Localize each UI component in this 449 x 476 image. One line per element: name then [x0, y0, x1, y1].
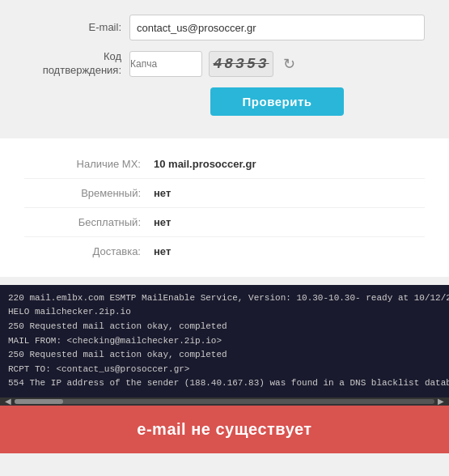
results-section: Наличие MX: 10 mail.prosoccer.gr Временн…: [0, 138, 449, 277]
log-output[interactable]: 220 mail.emlbx.com ESMTP MailEnable Serv…: [0, 285, 449, 397]
log-line: 250 Requested mail action okay, complete…: [8, 348, 441, 363]
delivery-value: нет: [154, 245, 171, 257]
scroll-right-icon[interactable]: ▶: [434, 397, 447, 406]
delivery-label: Доставка:: [24, 245, 154, 257]
main-container: E-mail: Код подтверждения: 48353 ↻ Прове…: [0, 0, 449, 453]
result-banner-text: e-mail не существует: [137, 420, 311, 438]
captcha-row: Код подтверждения: 48353 ↻: [24, 50, 425, 78]
free-row: Бесплатный: нет: [24, 208, 425, 237]
mx-row: Наличие MX: 10 mail.prosoccer.gr: [24, 150, 425, 179]
temp-row: Временный: нет: [24, 179, 425, 208]
form-section: E-mail: Код подтверждения: 48353 ↻ Прове…: [0, 0, 449, 130]
log-line: 220 mail.emlbx.com ESMTP MailEnable Serv…: [8, 291, 441, 306]
captcha-refresh-button[interactable]: ↻: [280, 55, 299, 73]
verify-button[interactable]: Проверить: [210, 87, 345, 116]
scrollbar-thumb[interactable]: [15, 399, 63, 404]
scroll-left-icon[interactable]: ◀: [2, 397, 15, 406]
scrollbar-track: [15, 399, 434, 404]
mx-label: Наличие MX:: [24, 158, 154, 170]
log-line: 554 The IP address of the sender (188.40…: [8, 376, 441, 391]
captcha-label: Код подтверждения:: [24, 50, 129, 78]
log-line: 250 Requested mail action okay, complete…: [8, 320, 441, 334]
scrollbar[interactable]: ◀ ▶: [0, 397, 449, 406]
mx-value: 10 mail.prosoccer.gr: [154, 158, 256, 170]
email-row: E-mail:: [24, 15, 425, 40]
temp-value: нет: [154, 187, 171, 199]
email-label: E-mail:: [24, 21, 129, 35]
free-value: нет: [154, 216, 171, 228]
log-line: HELO mailchecker.2ip.io: [8, 305, 441, 320]
delivery-row: Доставка: нет: [24, 237, 425, 266]
log-container: 220 mail.emlbx.com ESMTP MailEnable Serv…: [0, 285, 449, 406]
result-banner: e-mail не существует: [0, 406, 449, 453]
captcha-image: 48353: [209, 51, 273, 77]
captcha-controls: 48353 ↻: [129, 51, 299, 77]
temp-label: Временный:: [24, 187, 154, 199]
log-line: RCPT TO: <contact_us@prosoccer.gr>: [8, 363, 441, 377]
refresh-icon: ↻: [283, 56, 295, 72]
verify-btn-row: Проверить: [24, 87, 425, 116]
free-label: Бесплатный:: [24, 216, 154, 228]
log-line: MAIL FROM: <checking@mailchecker.2ip.io>: [8, 334, 441, 349]
email-input[interactable]: [129, 15, 425, 40]
captcha-input[interactable]: [129, 51, 202, 77]
